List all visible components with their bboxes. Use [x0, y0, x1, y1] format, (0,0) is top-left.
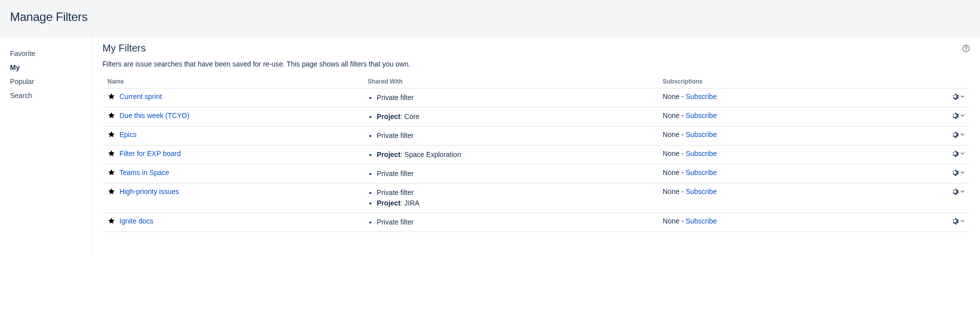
column-header-name: Name [102, 74, 363, 88]
subscription-none-text: None [663, 188, 679, 196]
subscriptions-cell: None - Subscribe [658, 108, 901, 126]
filter-name-link[interactable]: Due this week (TCYO) [119, 112, 189, 120]
column-header-subscriptions: Subscriptions [658, 74, 901, 88]
gear-icon [951, 112, 959, 120]
share-item: Private filter [377, 168, 653, 179]
star-filled-icon[interactable] [107, 92, 115, 100]
subscribe-link[interactable]: Subscribe [686, 217, 717, 225]
subscription-none-text: None [663, 92, 679, 100]
star-filled-icon[interactable] [107, 217, 115, 225]
chevron-down-icon [960, 151, 965, 156]
star-filled-icon[interactable] [107, 130, 115, 138]
subscriptions-cell: None - Subscribe [658, 164, 901, 184]
subscribe-link[interactable]: Subscribe [686, 130, 717, 138]
column-header-shared-with: Shared With [363, 74, 658, 88]
share-item: Project: JIRA [377, 198, 653, 208]
column-header-actions [901, 74, 970, 88]
section-title: My Filters [102, 42, 146, 54]
filter-name-link[interactable]: Filter for EXP board [119, 150, 181, 158]
main-content: My Filters Filters are issue searches th… [92, 36, 980, 256]
share-item: Private filter [377, 188, 653, 198]
table-row: High-priority issuesPrivate filterProjec… [102, 184, 970, 213]
subscribe-link[interactable]: Subscribe [686, 92, 717, 100]
share-item: Private filter [377, 217, 653, 228]
actions-menu-button[interactable] [951, 217, 965, 225]
chevron-down-icon [960, 113, 965, 118]
table-row: Due this week (TCYO)Project: CoreNone - … [102, 108, 970, 126]
subscriptions-cell: None - Subscribe [658, 213, 901, 232]
subscriptions-cell: None - Subscribe [658, 146, 901, 164]
share-item: Project: Space Exploration [377, 150, 653, 160]
filter-name-link[interactable]: Ignite docs [119, 217, 153, 225]
page-header: Manage Filters [0, 0, 980, 36]
sidebar-item-my[interactable]: My [10, 60, 92, 74]
filter-name-link[interactable]: Epics [119, 130, 136, 138]
sidebar-item-search[interactable]: Search [10, 88, 92, 102]
gear-icon [951, 130, 959, 138]
table-row: Filter for EXP boardProject: Space Explo… [102, 146, 970, 164]
actions-menu-button[interactable] [951, 168, 965, 176]
filter-name-link[interactable]: Teams in Space [119, 168, 169, 176]
page-title: Manage Filters [10, 10, 970, 24]
chevron-down-icon [960, 94, 965, 99]
gear-icon [951, 217, 959, 225]
actions-menu-button[interactable] [951, 92, 965, 100]
subscriptions-cell: None - Subscribe [658, 88, 901, 108]
share-item: Private filter [377, 92, 653, 103]
gear-icon [951, 92, 959, 100]
sidebar: FavoriteMyPopularSearch [0, 36, 92, 256]
subscribe-link[interactable]: Subscribe [686, 112, 717, 120]
chevron-down-icon [960, 170, 965, 175]
sidebar-item-popular[interactable]: Popular [10, 74, 92, 88]
star-filled-icon[interactable] [107, 168, 115, 176]
filter-name-link[interactable]: Current sprint [119, 92, 162, 100]
actions-menu-button[interactable] [951, 112, 965, 120]
gear-icon [951, 188, 959, 196]
subscribe-link[interactable]: Subscribe [686, 188, 717, 196]
table-row: Current sprintPrivate filterNone - Subsc… [102, 88, 970, 108]
star-outline-icon[interactable] [107, 112, 115, 120]
subscription-none-text: None [663, 168, 679, 176]
svg-point-1 [966, 50, 967, 51]
share-item: Project: Core [377, 112, 653, 122]
subscriptions-cell: None - Subscribe [658, 184, 901, 213]
filters-table: Name Shared With Subscriptions Current s… [102, 74, 970, 232]
chevron-down-icon [960, 132, 965, 137]
subscription-none-text: None [663, 130, 679, 138]
star-outline-icon[interactable] [107, 150, 115, 158]
table-row: EpicsPrivate filterNone - Subscribe [102, 126, 970, 146]
sidebar-item-favorite[interactable]: Favorite [10, 46, 92, 60]
gear-icon [951, 150, 959, 158]
help-icon[interactable] [962, 42, 970, 54]
subscription-none-text: None [663, 112, 679, 120]
chevron-down-icon [960, 218, 965, 224]
chevron-down-icon [960, 189, 965, 194]
subscription-none-text: None [663, 150, 679, 158]
table-row: Ignite docsPrivate filterNone - Subscrib… [102, 213, 970, 232]
share-item: Private filter [377, 130, 653, 141]
actions-menu-button[interactable] [951, 150, 965, 158]
subscription-none-text: None [663, 217, 679, 225]
actions-menu-button[interactable] [951, 188, 965, 196]
star-filled-icon[interactable] [107, 188, 115, 196]
subscriptions-cell: None - Subscribe [658, 126, 901, 146]
actions-menu-button[interactable] [951, 130, 965, 138]
gear-icon [951, 168, 959, 176]
subscribe-link[interactable]: Subscribe [686, 168, 717, 176]
filter-name-link[interactable]: High-priority issues [119, 188, 179, 196]
table-row: Teams in SpacePrivate filterNone - Subsc… [102, 164, 970, 184]
subscribe-link[interactable]: Subscribe [686, 150, 717, 158]
section-description: Filters are issue searches that have bee… [102, 60, 970, 68]
